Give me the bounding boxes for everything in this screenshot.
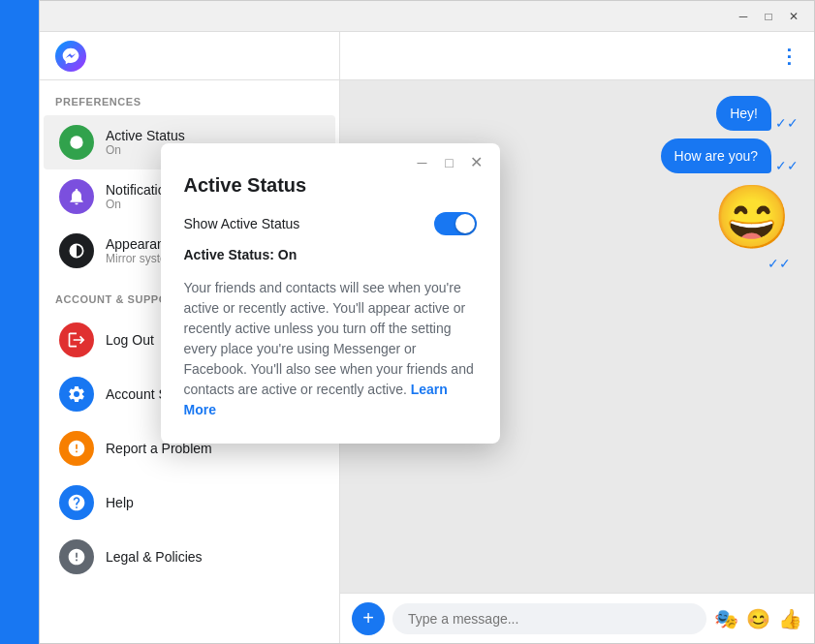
modal-heading: Active Status bbox=[184, 174, 477, 197]
logout-title: Log Out bbox=[106, 332, 154, 348]
logout-text: Log Out bbox=[106, 332, 154, 348]
message-row: Hey! ✓✓ bbox=[356, 96, 799, 131]
modal-title-bar: ─ □ ✕ bbox=[161, 143, 500, 174]
messenger-logo bbox=[55, 41, 86, 72]
message-tick-how: ✓✓ bbox=[775, 158, 799, 173]
message-input[interactable] bbox=[392, 603, 706, 634]
maximize-button[interactable]: □ bbox=[756, 4, 781, 29]
show-active-status-label: Show Active Status bbox=[184, 216, 300, 231]
appearance-icon bbox=[59, 233, 94, 268]
help-icon bbox=[59, 485, 94, 520]
modal-minimize-button[interactable]: ─ bbox=[411, 151, 434, 174]
sticker-icon[interactable]: 🎭 bbox=[714, 607, 738, 630]
minimize-button[interactable]: ─ bbox=[731, 4, 756, 29]
sidebar-item-help[interactable]: Help bbox=[44, 475, 335, 530]
show-active-status-row: Show Active Status bbox=[184, 212, 477, 235]
legal-icon bbox=[59, 539, 94, 574]
notifications-icon bbox=[59, 179, 94, 214]
emoji-icon[interactable]: 😊 bbox=[746, 607, 770, 630]
active-status-modal: ─ □ ✕ Active Status Show Active Status A… bbox=[161, 143, 500, 444]
modal-close-button[interactable]: ✕ bbox=[465, 151, 488, 174]
laugh-emoji: 😄 bbox=[713, 182, 791, 252]
message-tick-hey: ✓✓ bbox=[775, 115, 799, 131]
description-text: Your friends and contacts will see when … bbox=[184, 280, 474, 397]
toggle-knob bbox=[455, 214, 475, 233]
like-icon[interactable]: 👍 bbox=[778, 607, 802, 630]
sidebar-item-legal[interactable]: Legal & Policies bbox=[44, 530, 335, 584]
logout-icon bbox=[59, 322, 94, 357]
sidebar-header bbox=[40, 32, 339, 80]
active-status-title: Active Status bbox=[106, 128, 185, 143]
close-button[interactable]: ✕ bbox=[781, 4, 806, 29]
legal-text: Legal & Policies bbox=[106, 549, 203, 565]
message-bubble-sent-how: How are you? bbox=[661, 138, 771, 173]
modal-description: Your friends and contacts will see when … bbox=[184, 278, 477, 420]
add-button[interactable]: + bbox=[352, 602, 385, 635]
message-bubble-sent-hey: Hey! bbox=[716, 96, 771, 131]
modal-window-buttons: ─ □ ✕ bbox=[411, 151, 488, 174]
help-text: Help bbox=[106, 495, 134, 510]
legal-title: Legal & Policies bbox=[106, 549, 203, 565]
more-options-button[interactable]: ⋮ bbox=[779, 45, 799, 68]
title-bar: ─ □ ✕ bbox=[40, 1, 814, 32]
svg-point-0 bbox=[70, 136, 82, 148]
modal-maximize-button[interactable]: □ bbox=[438, 151, 461, 174]
active-status-toggle[interactable] bbox=[434, 212, 477, 235]
help-title: Help bbox=[106, 495, 134, 510]
chat-input-bar: + 🎭 😊 👍 bbox=[340, 593, 814, 643]
chat-header: ⋮ bbox=[340, 32, 814, 80]
account-settings-icon bbox=[59, 377, 94, 412]
input-actions: 🎭 😊 👍 bbox=[714, 607, 802, 630]
modal-body: Active Status Show Active Status Active … bbox=[161, 174, 500, 444]
active-status-on-label: Active Status: On bbox=[184, 247, 477, 262]
active-status-icon bbox=[59, 125, 94, 160]
report-problem-icon bbox=[59, 431, 94, 466]
preferences-section-label: PREFERENCES bbox=[40, 80, 339, 115]
emoji-tick: ✓✓ bbox=[768, 256, 791, 271]
